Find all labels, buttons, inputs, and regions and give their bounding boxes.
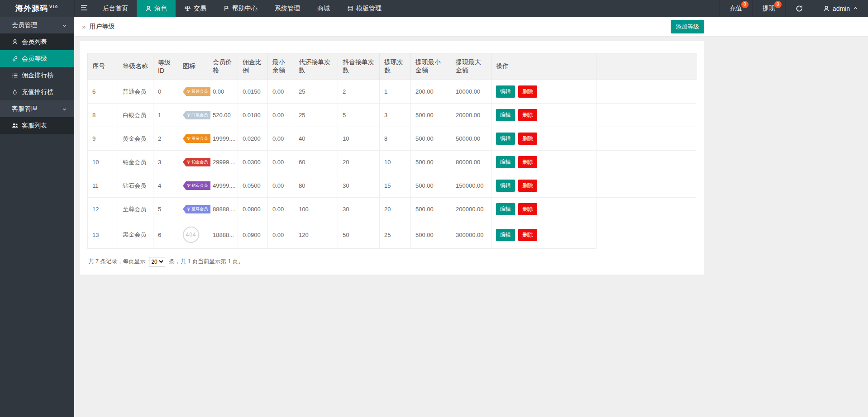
cell-badge: V钻石会员	[178, 174, 208, 198]
nav-item-label: 后台首页	[103, 5, 128, 13]
cell-douyin_orders: 50	[338, 221, 380, 249]
hamburger-icon	[81, 5, 88, 13]
user-menu[interactable]: admin	[813, 0, 868, 17]
nav-item-help[interactable]: 帮助中心	[215, 0, 266, 17]
cell-actions: 编辑删除	[491, 151, 596, 174]
cell-name: 普通会员	[118, 80, 153, 104]
column-header: 佣金比例	[238, 53, 268, 80]
delete-button[interactable]: 删除	[518, 156, 537, 168]
refresh-icon	[796, 5, 803, 12]
cell-daihuan_orders: 100	[294, 198, 338, 221]
nav-item-system[interactable]: 系统管理	[266, 0, 309, 17]
cell-badge: V黄金会员	[178, 127, 208, 151]
page-title: 用户等级	[89, 23, 114, 31]
sidebar-item-commission-ranking[interactable]: 佣金排行榜	[0, 67, 74, 84]
edit-button[interactable]: 编辑	[496, 203, 515, 215]
nav-item-label: 角色	[154, 5, 167, 13]
cell-withdraw_times: 1	[380, 80, 411, 104]
column-header-filler	[596, 53, 696, 80]
delete-button[interactable]: 删除	[518, 180, 537, 192]
app-logo-version: V10	[49, 5, 58, 9]
sidebar-item-recharge-ranking[interactable]: 充值排行榜	[0, 84, 74, 100]
cell-daihuan_orders: 25	[294, 104, 338, 127]
sidebar-item-service-management[interactable]: 客服管理	[0, 100, 74, 117]
nav-item-roles[interactable]: 角色	[137, 0, 176, 17]
cell-level: 6	[153, 221, 178, 249]
nav-item-label: 系统管理	[275, 5, 300, 13]
cell-filler	[596, 151, 696, 174]
cell-douyin_orders: 20	[338, 151, 380, 174]
cell-level: 3	[153, 151, 178, 174]
edit-button[interactable]: 编辑	[496, 133, 515, 145]
user-icon	[823, 5, 830, 12]
chevron-down-icon	[62, 22, 67, 29]
cell-withdraw_min: 500.00	[411, 151, 451, 174]
nav-item-recharge[interactable]: 充值 0	[719, 0, 752, 17]
cell-price: 88888....	[208, 198, 238, 221]
flag-icon	[224, 5, 229, 11]
cell-withdraw_times: 20	[380, 198, 411, 221]
cell-min_balance: 0.00	[268, 151, 294, 174]
cell-daihuan_orders: 60	[294, 151, 338, 174]
sidebar-item-label: 客服管理	[12, 105, 37, 113]
edit-button[interactable]: 编辑	[496, 229, 515, 241]
add-level-button[interactable]: 添加等级	[671, 20, 704, 33]
sidebar-item-member-management[interactable]: 会员管理	[0, 17, 74, 33]
cell-level: 0	[153, 80, 178, 104]
sidebar-item-label: 会员等级	[22, 55, 47, 63]
column-header: 提现最小金额	[411, 53, 451, 80]
cell-commission: 0.0300	[238, 151, 268, 174]
column-header: 序号	[88, 53, 118, 80]
refresh-button[interactable]	[785, 0, 813, 17]
nav-right: 充值 0 提现 0 admin	[719, 0, 868, 17]
cell-withdraw_max: 150000.00	[451, 174, 491, 198]
level-table-body: 6普通会员0V普通会员0.000.01500.002521200.0010000…	[88, 80, 696, 249]
cell-actions: 编辑删除	[491, 104, 596, 127]
badge-text: 黄金会员	[191, 137, 208, 141]
nav-item-label: 模版管理	[356, 5, 382, 13]
delete-button[interactable]: 删除	[518, 109, 537, 121]
nav-item-trade[interactable]: 交易	[176, 0, 215, 17]
per-page-select[interactable]: 20	[149, 257, 165, 266]
cell-name: 铂金会员	[118, 151, 153, 174]
cell-actions: 编辑删除	[491, 198, 596, 221]
cell-id: 6	[88, 80, 118, 104]
cell-withdraw_times: 15	[380, 174, 411, 198]
column-header: 抖音接单次数	[338, 53, 380, 80]
delete-button[interactable]: 删除	[518, 203, 537, 215]
menu-toggle-button[interactable]	[74, 0, 94, 17]
sidebar-item-member-level[interactable]: 会员等级	[0, 50, 74, 67]
sidebar-item-service-list[interactable]: 客服列表	[0, 117, 74, 134]
nav-item-template[interactable]: 模版管理	[339, 0, 390, 17]
edit-button[interactable]: 编辑	[496, 156, 515, 168]
cell-douyin_orders: 30	[338, 198, 380, 221]
cell-daihuan_orders: 120	[294, 221, 338, 249]
cell-id: 11	[88, 174, 118, 198]
edit-button[interactable]: 编辑	[496, 180, 515, 192]
edit-button[interactable]: 编辑	[496, 109, 515, 121]
delete-button[interactable]: 删除	[518, 229, 537, 241]
cell-price: 520.00	[208, 104, 238, 127]
cell-douyin_orders: 2	[338, 80, 380, 104]
edit-button[interactable]: 编辑	[496, 85, 515, 98]
cell-withdraw_min: 200.00	[411, 80, 451, 104]
delete-button[interactable]: 删除	[518, 133, 537, 145]
sidebar-item-label: 客服列表	[22, 122, 47, 130]
badge-text: 普通会员	[191, 90, 208, 94]
badge-v-mark: V	[187, 160, 190, 165]
cell-actions: 编辑删除	[491, 80, 596, 104]
page-layout: 会员管理会员列表会员等级佣金排行榜充值排行榜客服管理客服列表 » 用户等级 添加…	[0, 17, 868, 417]
sidebar-item-member-list[interactable]: 会员列表	[0, 33, 74, 50]
main-area: » 用户等级 添加等级 序号等级名称等级ID图标会员价格佣金比例最小余额代还接单…	[74, 17, 868, 417]
cell-withdraw_max: 10000.00	[451, 80, 491, 104]
nav-item-mall[interactable]: 商城	[309, 0, 339, 17]
nav-item-withdraw[interactable]: 提现 0	[752, 0, 785, 17]
nav-item-dashboard[interactable]: 后台首页	[94, 0, 137, 17]
cell-name: 钻石会员	[118, 174, 153, 198]
badge-text: 白银会员	[191, 113, 208, 117]
cell-withdraw_max: 20000.00	[451, 104, 491, 127]
delete-button[interactable]: 删除	[518, 85, 537, 98]
cell-price: 29999....	[208, 151, 238, 174]
recharge-label: 充值	[730, 5, 742, 13]
cell-id: 13	[88, 221, 118, 249]
